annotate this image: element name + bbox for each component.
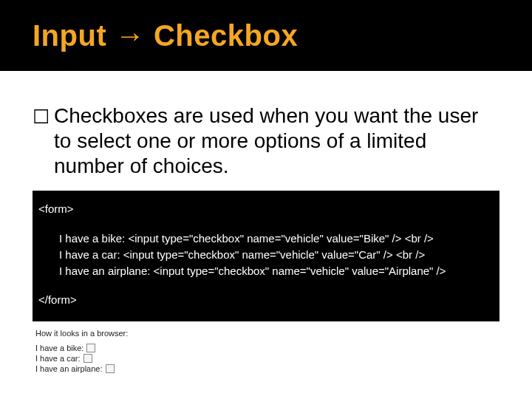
title-pre: Input	[33, 19, 115, 52]
code-block: <form> I have a bike: <input type="check…	[33, 191, 499, 321]
preview-row: I have an airplane:	[35, 364, 499, 373]
code-form-open: <form>	[38, 201, 492, 217]
slide-body: ☐ Checkboxes are used when you want the …	[0, 71, 532, 373]
code-form-close: </form>	[38, 292, 492, 308]
browser-preview: How it looks in a browser: I have a bike…	[35, 329, 499, 373]
arrow-right-icon: →	[115, 19, 146, 52]
preview-label: I have a bike:	[35, 344, 83, 352]
checkbox-icon	[106, 364, 115, 373]
bullet-marker-icon: ☐	[33, 105, 50, 130]
checkbox-icon	[86, 344, 95, 352]
bullet-item: ☐ Checkboxes are used when you want the …	[33, 103, 499, 179]
preview-heading: How it looks in a browser:	[35, 329, 499, 338]
title-bar: Input → Checkbox	[0, 0, 532, 71]
title-post: Checkbox	[145, 19, 298, 52]
code-line: I have a car: <input type="checkbox" nam…	[59, 247, 492, 263]
checkbox-icon	[83, 354, 92, 363]
slide: Input → Checkbox ☐ Checkboxes are used w…	[0, 0, 532, 399]
preview-label: I have a car:	[35, 354, 81, 363]
code-line: I have a bike: <input type="checkbox" na…	[59, 231, 492, 247]
code-line: I have an airplane: <input type="checkbo…	[59, 263, 492, 279]
preview-row: I have a bike:	[35, 344, 499, 352]
preview-row: I have a car:	[35, 354, 499, 363]
bullet-text: Checkboxes are used when you want the us…	[54, 103, 499, 179]
preview-label: I have an airplane:	[35, 364, 103, 373]
slide-title: Input → Checkbox	[33, 19, 298, 52]
